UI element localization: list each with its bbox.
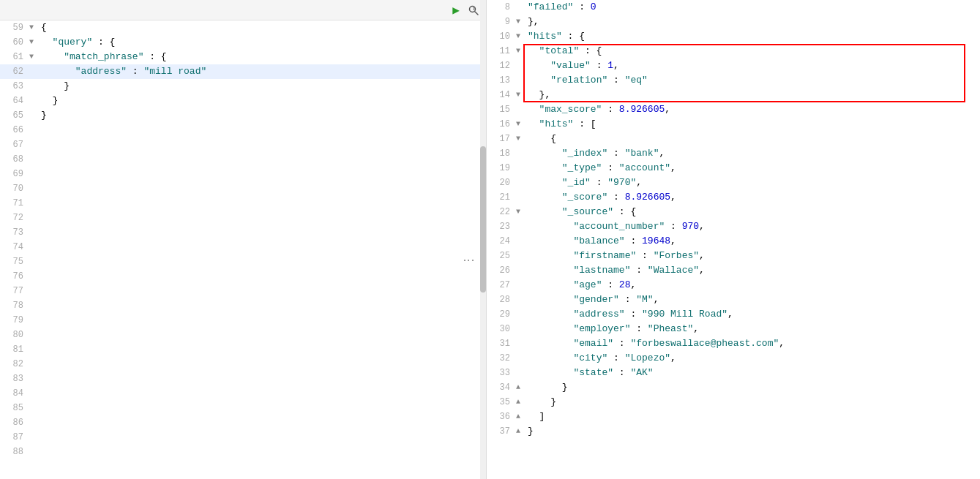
- table-row: 80: [0, 328, 486, 342]
- line-number: 81: [0, 342, 29, 357]
- code-content: }: [40, 94, 486, 108]
- fold-arrow: [29, 401, 40, 415]
- table-row: 20 "_id" : "970",: [487, 176, 980, 190]
- line-number: 86: [0, 415, 29, 430]
- code-content: }: [526, 424, 980, 439]
- right-code-area: 8 "failed" : 09▼},10▼"hits" : {11▼ "tota…: [487, 0, 980, 479]
- table-row: 84: [0, 386, 486, 401]
- search-icon[interactable]: [467, 4, 480, 17]
- code-content: "relation" : "eq": [526, 73, 980, 88]
- table-row: 13 "relation" : "eq": [487, 73, 980, 88]
- code-content: }: [526, 395, 980, 410]
- line-number: 24: [487, 234, 516, 249]
- line-number: 31: [487, 336, 516, 351]
- fold-arrow: [29, 328, 40, 342]
- fold-arrow: [29, 181, 40, 196]
- line-number: 78: [0, 298, 29, 313]
- fold-arrow[interactable]: ▲: [516, 424, 526, 439]
- fold-arrow: [29, 196, 40, 211]
- context-menu-dots[interactable]: ⋮: [461, 254, 475, 265]
- run-icon[interactable]: ▶: [449, 4, 463, 17]
- line-number: 27: [487, 278, 516, 293]
- fold-arrow[interactable]: ▼: [516, 205, 526, 219]
- table-row: 14▼ },: [487, 88, 980, 102]
- table-row: 30 "employer" : "Pheast",: [487, 322, 980, 336]
- code-content: "failed" : 0: [526, 0, 980, 15]
- table-row: 85: [0, 401, 486, 415]
- left-editor-pane: ▶ 59▼{60▼ "query" : {61▼ "match_phrase" …: [0, 0, 487, 479]
- table-row: 68: [0, 152, 486, 167]
- table-row: 9▼},: [487, 15, 980, 29]
- fold-arrow: [29, 298, 40, 313]
- fold-arrow: [29, 342, 40, 357]
- line-number: 34: [487, 380, 516, 395]
- fold-arrow[interactable]: ▼: [516, 132, 526, 146]
- fold-arrow[interactable]: ▼: [29, 35, 40, 50]
- fold-arrow[interactable]: ▼: [516, 88, 526, 102]
- code-content: "lastname" : "Wallace",: [526, 263, 980, 278]
- fold-arrow[interactable]: ▲: [516, 395, 526, 410]
- table-row: 88: [0, 445, 486, 459]
- table-row: 15 "max_score" : 8.926605,: [487, 102, 980, 117]
- fold-arrow: [516, 190, 526, 205]
- line-number: 59: [0, 20, 29, 35]
- code-content: "hits" : {: [526, 29, 980, 44]
- fold-arrow[interactable]: ▼: [516, 44, 526, 59]
- line-number: 65: [0, 108, 29, 123]
- table-row: 79: [0, 313, 486, 328]
- table-row: 60▼ "query" : {: [0, 35, 486, 50]
- fold-arrow: [29, 254, 40, 269]
- table-row: 26 "lastname" : "Wallace",: [487, 263, 980, 278]
- code-content: "address" : "mill road": [40, 64, 486, 79]
- fold-arrow[interactable]: ▼: [516, 117, 526, 132]
- line-number: 72: [0, 211, 29, 225]
- line-number: 21: [487, 190, 516, 205]
- line-number: 80: [0, 328, 29, 342]
- code-content: "firstname" : "Forbes",: [526, 249, 980, 263]
- line-number: 9: [487, 15, 516, 29]
- fold-arrow: [29, 123, 40, 137]
- fold-arrow: [29, 225, 40, 240]
- fold-arrow: [516, 249, 526, 263]
- svg-line-1: [475, 12, 478, 15]
- fold-arrow: [29, 64, 40, 79]
- code-content: }: [526, 380, 980, 395]
- line-number: 63: [0, 79, 29, 94]
- left-scrollbar[interactable]: [480, 0, 486, 479]
- fold-arrow[interactable]: ▲: [516, 410, 526, 424]
- code-content: "hits" : [: [526, 117, 980, 132]
- fold-arrow[interactable]: ▲: [516, 380, 526, 395]
- table-row: 65 }: [0, 108, 486, 123]
- table-row: 16▼ "hits" : [: [487, 117, 980, 132]
- fold-arrow: [516, 234, 526, 249]
- fold-arrow: [516, 322, 526, 336]
- table-row: 74: [0, 240, 486, 254]
- line-number: 68: [0, 152, 29, 167]
- fold-arrow: [516, 73, 526, 88]
- line-number: 61: [0, 50, 29, 64]
- line-number: 85: [0, 401, 29, 415]
- table-row: 28 "gender" : "M",: [487, 293, 980, 307]
- table-row: 67: [0, 137, 486, 152]
- line-number: 75: [0, 254, 29, 269]
- table-row: 25 "firstname" : "Forbes",: [487, 249, 980, 263]
- line-number: 10: [487, 29, 516, 44]
- code-content: "value" : 1,: [526, 59, 980, 73]
- fold-arrow[interactable]: ▼: [29, 20, 40, 35]
- fold-arrow: [516, 293, 526, 307]
- code-content: "_source" : {: [526, 205, 980, 219]
- fold-arrow[interactable]: ▼: [29, 50, 40, 64]
- line-number: 76: [0, 269, 29, 284]
- code-content: }: [40, 79, 486, 94]
- table-row: 8 "failed" : 0: [487, 0, 980, 15]
- table-row: 36▲ ]: [487, 410, 980, 424]
- line-number: 71: [0, 196, 29, 211]
- code-content: {: [40, 20, 486, 35]
- fold-arrow[interactable]: ▼: [516, 15, 526, 29]
- table-row: 78: [0, 298, 486, 313]
- fold-arrow[interactable]: ▼: [516, 29, 526, 44]
- table-row: 27 "age" : 28,: [487, 278, 980, 293]
- table-row: 83: [0, 371, 486, 386]
- line-number: 23: [487, 219, 516, 234]
- line-number: 25: [487, 249, 516, 263]
